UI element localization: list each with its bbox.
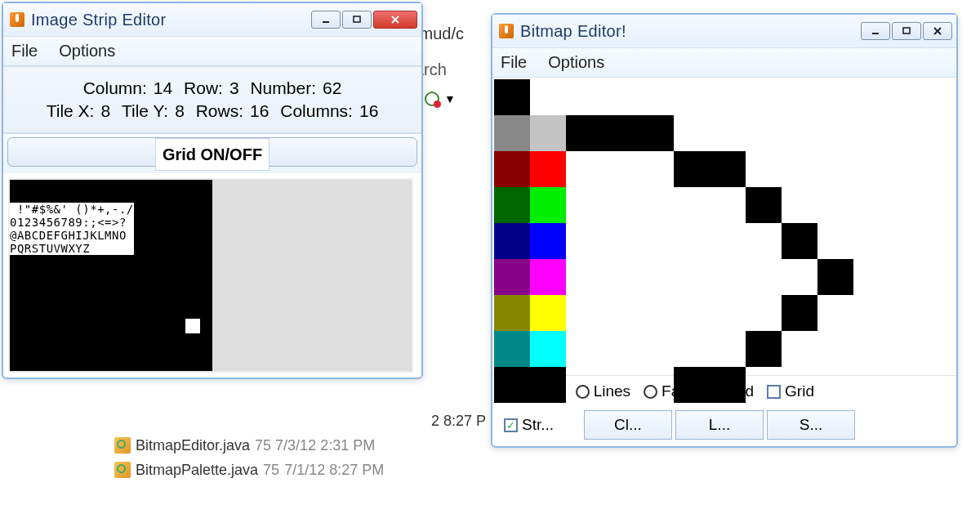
pixel-cell[interactable] xyxy=(782,79,817,115)
pixel-cell[interactable] xyxy=(530,367,566,403)
pixel-cell[interactable] xyxy=(853,295,889,331)
pixel-cell[interactable] xyxy=(674,79,710,115)
minimize-button[interactable] xyxy=(311,11,341,29)
pixel-cell[interactable] xyxy=(817,367,853,403)
palette-swatch[interactable] xyxy=(530,295,566,331)
pixel-cell[interactable] xyxy=(853,331,889,367)
pixel-cell[interactable] xyxy=(710,187,746,223)
pixel-cell[interactable] xyxy=(782,367,817,403)
pixel-cell[interactable] xyxy=(853,151,889,187)
menu-file[interactable]: File xyxy=(501,53,527,72)
pixel-cell[interactable] xyxy=(889,367,925,403)
pixel-cell[interactable] xyxy=(889,223,925,259)
pixel-cell[interactable] xyxy=(710,331,746,367)
maximize-button[interactable] xyxy=(892,22,921,40)
pixel-cell[interactable] xyxy=(889,115,925,151)
pixel-cell[interactable] xyxy=(638,295,674,331)
palette-swatch[interactable] xyxy=(494,295,530,331)
pixel-cell[interactable] xyxy=(530,79,566,115)
pixel-cell[interactable] xyxy=(566,295,602,331)
pixel-cell[interactable] xyxy=(566,331,602,367)
pixel-cell[interactable] xyxy=(710,223,746,259)
pixel-cell[interactable] xyxy=(853,259,889,295)
pixel-cell[interactable] xyxy=(674,331,710,367)
pixel-cell[interactable] xyxy=(566,115,602,151)
pixel-cell[interactable] xyxy=(494,367,530,403)
pixel-cell[interactable] xyxy=(674,151,710,187)
bitmap-canvas[interactable] xyxy=(494,79,951,373)
pixel-cell[interactable] xyxy=(889,151,925,187)
pixel-cell[interactable] xyxy=(853,223,889,259)
clear-button[interactable]: Cl... xyxy=(584,410,672,440)
pixel-cell[interactable] xyxy=(817,115,853,151)
pixel-cell[interactable] xyxy=(889,331,925,367)
pixel-cell[interactable] xyxy=(566,79,602,115)
pixel-cell[interactable] xyxy=(782,259,817,295)
pixel-cell[interactable] xyxy=(494,79,530,115)
pixel-cell[interactable] xyxy=(638,367,674,403)
maximize-button[interactable] xyxy=(342,11,372,29)
palette-swatch[interactable] xyxy=(530,187,566,223)
pixel-cell[interactable] xyxy=(638,79,674,115)
pixel-cell[interactable] xyxy=(602,331,638,367)
palette-swatch[interactable] xyxy=(530,259,566,295)
pixel-cell[interactable] xyxy=(746,295,782,331)
pixel-cell[interactable] xyxy=(674,223,710,259)
pixel-cell[interactable] xyxy=(746,331,782,367)
pixel-cell[interactable] xyxy=(817,259,853,295)
pixel-cell[interactable] xyxy=(674,259,710,295)
pixel-cell[interactable] xyxy=(602,295,638,331)
pixel-cell[interactable] xyxy=(602,79,638,115)
palette-swatch[interactable] xyxy=(530,331,566,367)
menu-file[interactable]: File xyxy=(11,42,38,60)
strip-canvas[interactable]: !"#$%&' ()*+,-./ 0123456789:;<=>? @ABCDE… xyxy=(3,173,421,378)
pixel-cell[interactable] xyxy=(638,115,674,151)
pixel-cell[interactable] xyxy=(710,79,746,115)
pixel-cell[interactable] xyxy=(817,223,853,259)
pixel-cell[interactable] xyxy=(889,79,925,115)
pixel-cell[interactable] xyxy=(566,259,602,295)
pixel-cell[interactable] xyxy=(853,187,889,223)
pixel-cell[interactable] xyxy=(782,151,817,187)
palette-swatch[interactable] xyxy=(530,223,566,259)
grid-toggle-button[interactable]: Grid ON/OFF xyxy=(7,137,417,167)
window-bitmap-editor[interactable]: Bitmap Editor! File Options Pen... Lines… xyxy=(491,13,958,448)
pixel-cell[interactable] xyxy=(566,223,602,259)
pixel-cell[interactable] xyxy=(566,187,602,223)
pixel-cell[interactable] xyxy=(817,331,853,367)
load-button[interactable]: L... xyxy=(675,410,764,440)
pixel-cell[interactable] xyxy=(817,151,853,187)
pixel-cell[interactable] xyxy=(746,151,782,187)
pixel-cell[interactable] xyxy=(602,151,638,187)
pixel-cell[interactable] xyxy=(602,223,638,259)
pixel-cell[interactable] xyxy=(746,79,782,115)
pixel-cell[interactable] xyxy=(746,367,782,403)
pixel-cell[interactable] xyxy=(710,259,746,295)
pixel-cell[interactable] xyxy=(638,187,674,223)
pixel-cell[interactable] xyxy=(746,115,782,151)
pixel-cell[interactable] xyxy=(889,259,925,295)
pixel-cell[interactable] xyxy=(853,115,889,151)
palette-swatch[interactable] xyxy=(530,115,566,151)
titlebar-strip[interactable]: Image Strip Editor xyxy=(3,3,421,36)
pixel-cell[interactable] xyxy=(746,259,782,295)
pixel-cell[interactable] xyxy=(710,115,746,151)
pixel-cell[interactable] xyxy=(817,187,853,223)
pixel-cell[interactable] xyxy=(566,151,602,187)
pixel-cell[interactable] xyxy=(817,295,853,331)
pixel-cell[interactable] xyxy=(710,151,746,187)
palette-swatch[interactable] xyxy=(494,259,530,295)
pixel-cell[interactable] xyxy=(602,367,638,403)
pixel-cell[interactable] xyxy=(782,331,817,367)
pixel-cell[interactable] xyxy=(746,223,782,259)
menu-options[interactable]: Options xyxy=(548,53,604,72)
pixel-cell[interactable] xyxy=(638,331,674,367)
pixel-cell[interactable] xyxy=(889,295,925,331)
pixel-cell[interactable] xyxy=(817,79,853,115)
pixel-cell[interactable] xyxy=(638,259,674,295)
pixel-cell[interactable] xyxy=(710,367,746,403)
pixel-cell[interactable] xyxy=(853,367,889,403)
window-strip-editor[interactable]: Image Strip Editor File Options Column:1… xyxy=(2,2,423,379)
pixel-cell[interactable] xyxy=(638,223,674,259)
minimize-button[interactable] xyxy=(861,22,890,40)
